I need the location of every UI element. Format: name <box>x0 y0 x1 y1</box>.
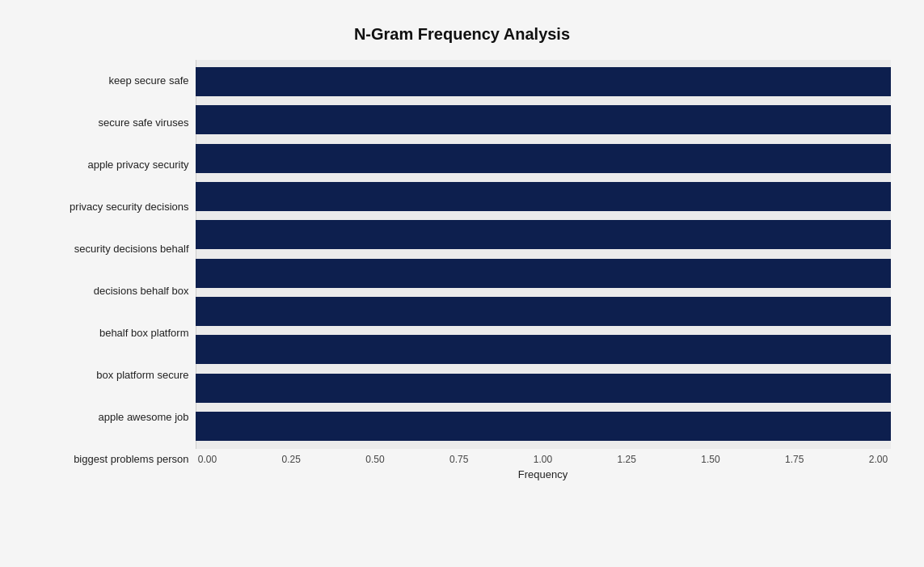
bar <box>196 105 891 134</box>
bars-and-x: 0.000.250.500.751.001.251.501.752.00 Fre… <box>196 60 891 480</box>
x-tick: 0.00 <box>196 454 220 465</box>
bar <box>196 259 891 288</box>
y-label: behalf box platform <box>34 327 189 340</box>
chart-title: N-Gram Frequency Analysis <box>34 25 891 44</box>
bar-row <box>196 256 891 291</box>
y-label: privacy security decisions <box>34 201 189 214</box>
x-tick: 1.25 <box>614 454 639 465</box>
bar <box>196 374 891 403</box>
bar <box>196 220 891 249</box>
bar-row <box>196 408 891 444</box>
bar-row <box>196 217 891 252</box>
bars-area <box>196 60 891 449</box>
bar <box>196 297 891 326</box>
x-tick: 1.50 <box>698 454 723 465</box>
x-tick: 1.75 <box>783 454 807 465</box>
bar-row <box>196 332 891 367</box>
bar-row <box>196 102 891 138</box>
chart-container: N-Gram Frequency Analysis keep secure sa… <box>18 9 907 559</box>
bar <box>196 67 891 96</box>
y-label: box platform secure <box>34 369 189 382</box>
x-tick: 0.25 <box>279 454 303 465</box>
x-axis: 0.000.250.500.751.001.251.501.752.00 <box>196 449 891 465</box>
bar-row <box>196 294 891 329</box>
bar <box>196 412 891 441</box>
chart-area: keep secure safesecure safe virusesapple… <box>34 60 891 480</box>
bar-row <box>196 179 891 214</box>
x-axis-label: Frequency <box>196 468 891 480</box>
x-tick: 1.00 <box>531 454 555 465</box>
bar <box>196 144 891 173</box>
y-label: apple privacy security <box>34 159 189 171</box>
y-label: apple awesome job <box>34 411 189 424</box>
y-label: security decisions behalf <box>34 243 189 256</box>
x-tick: 0.75 <box>447 454 471 465</box>
y-label: keep secure safe <box>34 74 189 87</box>
y-label: decisions behalf box <box>34 285 189 298</box>
bar <box>196 182 891 211</box>
y-label: secure safe viruses <box>34 116 189 129</box>
bar-row <box>196 141 891 176</box>
x-tick: 2.00 <box>867 454 891 465</box>
x-tick: 0.50 <box>363 454 387 465</box>
bar-row <box>196 370 891 406</box>
y-label: biggest problems person <box>34 453 189 466</box>
y-axis: keep secure safesecure safe virusesapple… <box>34 60 196 480</box>
bar <box>196 335 891 364</box>
bar-row <box>196 64 891 99</box>
